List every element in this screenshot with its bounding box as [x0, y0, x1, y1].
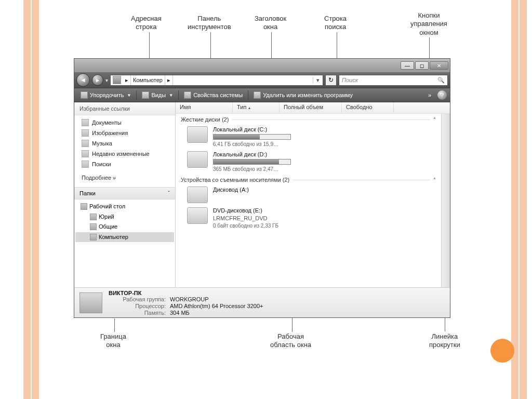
refresh-button[interactable]: ↻: [325, 75, 337, 86]
address-bar[interactable]: ▸ Компьютер ▸ ▾: [110, 75, 323, 86]
usage-bar: [213, 159, 291, 165]
sidebar-item-documents[interactable]: Документы: [74, 117, 175, 128]
drive-a[interactable]: Дисковод (A:): [176, 184, 441, 205]
address-dropdown[interactable]: ▾: [313, 77, 323, 84]
sidebar-item-searches[interactable]: Поиски: [74, 159, 175, 169]
window-body: Избранные ссылки Документы Изображения М…: [74, 102, 450, 287]
recent-icon: [82, 150, 89, 157]
documents-icon: [82, 119, 89, 126]
col-name[interactable]: Имя: [176, 102, 233, 113]
toolbar-overflow[interactable]: »: [425, 92, 434, 98]
nav-history-dropdown[interactable]: ▾: [105, 77, 108, 83]
drive-free-text: 0 байт свободно из 2,33 ГБ: [213, 223, 278, 229]
explorer-window: — ◻ ✕ ◄ ► ▾ ▸ Компьютер ▸ ▾ ↻ Поиск 🔍 Уп…: [74, 58, 450, 318]
drive-name: Локальный диск (D:): [213, 151, 291, 157]
breadcrumb-sep: ▸: [123, 75, 131, 85]
uninstall-button[interactable]: Удалить или изменить программу: [250, 89, 356, 101]
annotation-window-controls: Кнопкиуправленияокном: [410, 11, 447, 37]
forward-button[interactable]: ►: [92, 74, 103, 86]
tree-public[interactable]: Общие: [75, 222, 174, 232]
favorites-header: Избранные ссылки: [74, 102, 175, 115]
col-type[interactable]: Тип: [233, 102, 280, 113]
organize-button[interactable]: Упорядочить▼: [77, 89, 134, 101]
nav-bar: ◄ ► ▾ ▸ Компьютер ▸ ▾ ↻ Поиск 🔍: [74, 72, 450, 88]
group-removable[interactable]: Устройства со съемными носителями (2)˄: [176, 174, 441, 184]
scrollbar[interactable]: [441, 114, 450, 287]
sidebar-more[interactable]: Подробнее »: [74, 171, 175, 184]
drive-name: Дисковод (A:): [213, 187, 249, 193]
search-folder-icon: [82, 161, 89, 168]
folders-header[interactable]: Папки ˇ: [74, 187, 175, 200]
views-button[interactable]: Виды▼: [139, 89, 176, 101]
column-headers: Имя Тип Полный объем Свободно: [176, 102, 450, 114]
sidebar-item-recent[interactable]: Недавно измененные: [74, 149, 175, 159]
pictures-icon: [82, 129, 89, 137]
annotation-search: Строкапоиска: [324, 15, 347, 32]
drive-free-text: 6,41 ГБ свободно из 15,9…: [213, 141, 291, 147]
search-icon[interactable]: 🔍: [437, 77, 445, 84]
group-hdd[interactable]: Жесткие диски (2)˄: [176, 114, 441, 124]
bg-stripe: [511, 0, 518, 399]
sidebar: Избранные ссылки Документы Изображения М…: [74, 102, 176, 287]
separator: [136, 90, 137, 100]
public-icon: [90, 223, 97, 230]
search-box[interactable]: Поиск 🔍: [339, 75, 448, 86]
chevron-down-icon: ˇ: [168, 190, 170, 196]
annotation-work-area: Рабочаяобласть окна: [270, 332, 311, 350]
annotation-line: [114, 318, 115, 332]
annotation-toolbar: Панельинструментов: [188, 15, 231, 32]
drive-name: DVD-дисковод (E:): [213, 207, 278, 214]
details-pane: ВИКТОР-ПК Рабочая группа: WORKGROUP Проц…: [74, 287, 450, 317]
annotation-line: [271, 32, 272, 61]
tree-user[interactable]: Юрий: [75, 212, 174, 222]
bg-stripe: [23, 0, 31, 399]
bg-stripe: [520, 0, 527, 399]
mem-key: Память:: [109, 310, 166, 316]
tree-desktop[interactable]: Рабочий стол: [75, 202, 174, 212]
dvd-icon: [187, 207, 208, 224]
sidebar-item-music[interactable]: Музыка: [74, 138, 175, 149]
workgroup-key: Рабочая группа:: [109, 296, 166, 302]
search-placeholder: Поиск: [342, 77, 358, 83]
col-total[interactable]: Полный объем: [280, 102, 342, 113]
drive-name: Локальный диск (C:): [213, 126, 291, 132]
drive-list: Жесткие диски (2)˄ Локальный диск (C:) 6…: [176, 114, 441, 287]
views-icon: [142, 91, 149, 99]
hdd-icon: [187, 151, 208, 168]
mem-value: 304 МБ: [170, 310, 263, 316]
breadcrumb-root[interactable]: Компьютер: [131, 75, 165, 85]
usage-bar: [213, 134, 291, 140]
command-toolbar: Упорядочить▼ Виды▼ Свойства системы Удал…: [74, 88, 450, 102]
sysprops-icon: [184, 91, 191, 99]
computer-icon: [90, 234, 97, 241]
annotation-scrollbar: Линейкапрокрутки: [429, 332, 460, 350]
chevron-up-icon: ˄: [433, 117, 436, 123]
help-button[interactable]: ?: [437, 90, 447, 100]
maximize-button[interactable]: ◻: [415, 61, 429, 70]
hdd-icon: [187, 126, 208, 143]
uninstall-icon: [254, 91, 261, 99]
separator: [178, 90, 179, 100]
titlebar: — ◻ ✕: [74, 59, 450, 72]
computer-icon: [113, 76, 121, 84]
annotation-border: Границаокна: [100, 332, 126, 350]
col-free[interactable]: Свободно: [342, 102, 394, 113]
drive-c[interactable]: Локальный диск (C:) 6,41 ГБ свободно из …: [176, 124, 441, 149]
drive-e[interactable]: DVD-дисковод (E:) LRMCFRE_RU_DVD 0 байт …: [176, 205, 441, 231]
drive-free-text: 365 МБ свободно из 2,47…: [213, 166, 291, 172]
computer-name: ВИКТОР-ПК: [109, 290, 198, 296]
content-area: Имя Тип Полный объем Свободно Жесткие ди…: [176, 102, 450, 287]
tree-computer[interactable]: Компьютер: [75, 232, 174, 243]
system-properties-button[interactable]: Свойства системы: [181, 89, 246, 101]
separator: [248, 90, 248, 100]
music-icon: [82, 140, 89, 147]
computer-large-icon: [79, 292, 102, 313]
sidebar-item-pictures[interactable]: Изображения: [74, 128, 175, 138]
folder-tree: Рабочий стол Юрий Общие Компьютер: [74, 200, 175, 244]
close-button[interactable]: ✕: [430, 61, 448, 70]
user-icon: [90, 214, 97, 220]
back-button[interactable]: ◄: [76, 73, 90, 87]
minimize-button[interactable]: —: [401, 61, 414, 70]
floppy-icon: [187, 187, 208, 203]
drive-d[interactable]: Локальный диск (D:) 365 МБ свободно из 2…: [176, 149, 441, 174]
